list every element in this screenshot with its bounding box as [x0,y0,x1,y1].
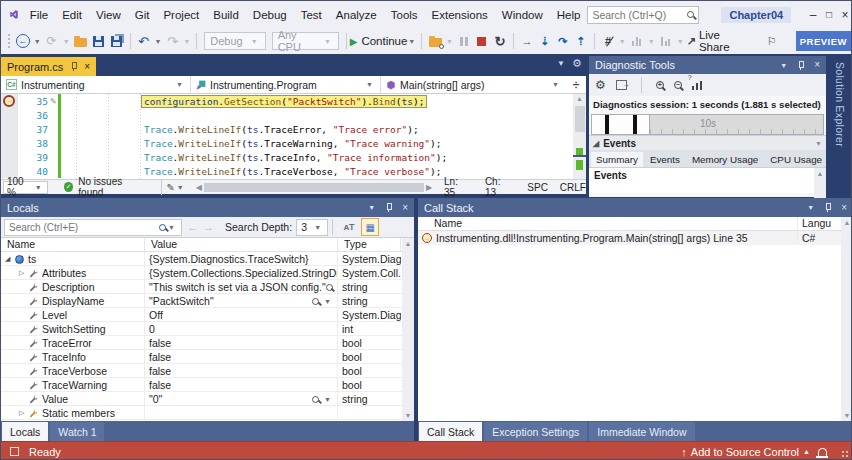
events-swimlane-header[interactable]: ◢ Events ▼ [589,135,826,150]
scrollbar-thumb[interactable] [575,106,585,132]
value-visualizer[interactable]: ▼ [326,284,338,291]
code-line[interactable]: 37Trace.WriteLineIf(ts.TraceError, "Trac… [1,122,586,136]
chevron-down-icon[interactable]: ▼ [324,298,331,305]
breakpoint-margin[interactable] [1,122,18,136]
locals-row[interactable]: DisplayName"PacktSwitch"▼string [1,294,414,308]
menu-tools[interactable]: Tools [384,6,425,24]
active-files-dropdown-icon[interactable]: ▼ [557,59,565,68]
member-dropdown[interactable]: Main(string[] args) ▼ [381,76,566,93]
menu-help[interactable]: Help [550,6,588,24]
locals-search-input[interactable] [9,222,159,233]
zoom-out-icon[interactable]: − [674,81,682,89]
diag-tab-memory-usage[interactable]: Memory Usage [687,152,763,167]
close-icon[interactable]: × [814,60,820,70]
magnifier-icon[interactable] [312,396,319,403]
pin-icon[interactable] [796,61,805,70]
zoom-select[interactable]: 100 %▼ [3,181,48,194]
code-line[interactable]: 38Trace.WriteLineIf(ts.TraceWarning, "Tr… [1,136,586,150]
locals-row[interactable]: SwitchSetting0int [1,322,414,336]
hex-dropdown-icon[interactable]: ▼ [619,38,626,45]
redo-button[interactable]: ↷ [164,31,180,51]
spaces-indicator[interactable]: SPC [527,182,548,193]
magnifier-icon[interactable] [312,298,319,305]
menu-project[interactable]: Project [156,6,206,24]
locals-row[interactable]: ▷Static members [1,406,414,420]
show-ids-toggle-button[interactable]: ▦ [361,218,379,236]
tool-tab-immediate-window[interactable]: Immediate Window [589,422,694,441]
maximize-button[interactable]: □ [821,4,837,25]
search-options-icon[interactable]: ▼ [168,224,175,231]
column-indicator[interactable]: Ch: 13 [485,176,513,198]
solution-platform-select[interactable]: Any CPU▼ [272,32,339,50]
timeline-selection[interactable] [592,115,650,134]
diag-tab-cpu-usage[interactable]: CPU Usage [765,152,827,167]
toolbar-grip[interactable] [7,33,11,49]
column-header-name[interactable]: Name [1,238,145,251]
continue-dropdown-icon[interactable]: ▼ [408,38,415,45]
search-depth-select[interactable]: 3▼ [296,219,328,236]
quick-search-input[interactable] [592,9,687,21]
scroll-up-icon[interactable]: ▲ [574,95,585,103]
menu-analyze[interactable]: Analyze [329,6,384,24]
diag-tab-events[interactable]: Events [645,152,685,167]
solution-name-badge[interactable]: Chapter04 [721,7,791,23]
menu-build[interactable]: Build [206,6,246,24]
find-dropdown-icon[interactable]: ▼ [446,38,453,45]
navigate-back-button[interactable]: ← [15,31,31,51]
value-visualizer[interactable]: ▼ [312,298,333,305]
continue-button[interactable]: ▶Continue [352,31,405,51]
column-header-type[interactable]: Type [338,238,401,251]
chevron-down-icon[interactable]: ▼ [324,396,331,403]
locals-row[interactable]: ▷Attributes{System.Collections.Specializ… [1,266,414,280]
diagnostics-timeline[interactable]: 10s [591,114,824,135]
value-visualizer[interactable]: ▼ [312,396,333,403]
document-tab-program-cs[interactable]: Program.cs × [1,57,96,76]
twisty-collapsed-icon[interactable]: ▷ [19,409,29,417]
locals-row[interactable]: Description"This switch is set via a JSO… [1,280,414,294]
save-all-button[interactable] [109,31,125,51]
code-line[interactable]: →35✎configuration.GetSection("PacktSwitc… [1,94,586,108]
solution-explorer-collapsed-tab[interactable]: Solution Explorer [826,56,852,197]
menu-extensions[interactable]: Extensions [425,6,495,24]
scroll-up-icon[interactable]: ▲ [405,240,412,247]
diagnostic-tools-title-bar[interactable]: Diagnostic Tools ▼× [589,56,826,74]
tool-tab-exception-settings[interactable]: Exception Settings [484,422,587,441]
save-button[interactable] [91,31,107,51]
hscroll-left-icon[interactable]: ◀ [196,183,202,192]
call-stack-title-bar[interactable]: Call Stack ▼× [418,198,852,217]
chevron-up-icon[interactable]: ▲ [803,448,810,455]
column-header-name[interactable]: Name [418,217,797,230]
search-next-icon[interactable]: → [203,221,214,233]
undo-button[interactable]: ↶ [135,31,151,51]
break-all-button[interactable] [456,31,472,51]
add-to-source-control-button[interactable]: Add to Source Control [691,446,799,458]
flatten-toggle-button[interactable]: ᴀT [340,218,358,236]
window-position-icon[interactable]: ▼ [807,204,814,211]
column-header-language[interactable]: Langu [797,217,839,230]
diag-tab-summary[interactable]: Summary [591,152,643,167]
twisty-collapsed-icon[interactable]: ▷ [19,269,29,277]
pin-tab-icon[interactable] [69,62,78,71]
send-feedback-button[interactable]: ⚐ [764,31,780,51]
menu-git[interactable]: Git [128,6,157,24]
window-position-icon[interactable]: ▼ [368,204,375,211]
settings-gear-icon[interactable]: ⚙ [595,78,606,92]
call-stack-scrollbar[interactable]: ▲▼ [841,217,852,421]
search-prev-icon[interactable]: ← [187,221,198,233]
pin-icon[interactable] [384,203,393,212]
breakpoint-margin[interactable] [1,136,18,150]
close-tab-icon[interactable]: × [84,61,90,72]
menu-test[interactable]: Test [294,6,329,24]
tool-tab-locals[interactable]: Locals [2,422,48,441]
scroll-down-icon[interactable]: ▼ [844,412,851,419]
locals-row[interactable]: TraceVerbosefalsebool [1,364,414,378]
redo-dropdown-icon[interactable]: ▼ [183,38,190,45]
code-line[interactable]: 39Trace.WriteLineIf(ts.TraceInfo, "Trace… [1,150,586,164]
minimize-button[interactable]: – [805,4,821,25]
step-into-button[interactable]: ⇣ [537,31,553,51]
close-button[interactable]: × [837,4,852,25]
breakpoint-margin[interactable] [1,150,18,164]
menu-edit[interactable]: Edit [55,6,89,24]
issues-status[interactable]: No issues found [78,176,147,198]
hex-display-button[interactable]: # [600,31,616,51]
